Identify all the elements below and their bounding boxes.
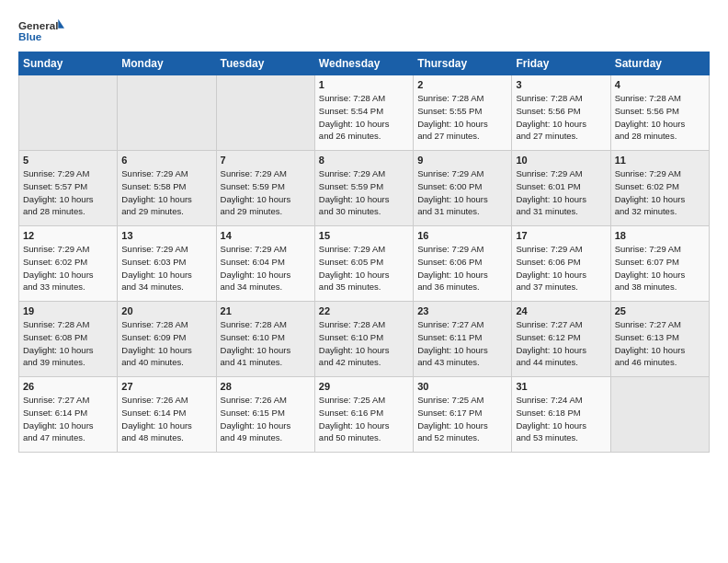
day-info: Sunrise: 7:25 AM Sunset: 6:17 PM Dayligh… xyxy=(417,394,507,444)
calendar-cell xyxy=(19,75,118,151)
calendar-cell: 12Sunrise: 7:29 AM Sunset: 6:02 PM Dayli… xyxy=(19,226,118,302)
day-number: 12 xyxy=(23,230,113,241)
calendar-cell: 14Sunrise: 7:29 AM Sunset: 6:04 PM Dayli… xyxy=(216,226,314,302)
day-number: 24 xyxy=(516,305,606,316)
day-number: 3 xyxy=(516,79,606,90)
calendar-cell xyxy=(118,75,216,151)
day-number: 18 xyxy=(615,230,705,241)
day-info: Sunrise: 7:27 AM Sunset: 6:11 PM Dayligh… xyxy=(417,318,507,369)
day-info: Sunrise: 7:29 AM Sunset: 5:58 PM Dayligh… xyxy=(121,167,211,218)
calendar-cell: 1Sunrise: 7:28 AM Sunset: 5:54 PM Daylig… xyxy=(314,75,413,151)
day-info: Sunrise: 7:29 AM Sunset: 5:57 PM Dayligh… xyxy=(23,167,113,218)
day-number: 16 xyxy=(417,230,507,241)
day-info: Sunrise: 7:28 AM Sunset: 6:08 PM Dayligh… xyxy=(23,318,113,369)
day-number: 7 xyxy=(221,155,311,166)
day-info: Sunrise: 7:29 AM Sunset: 6:03 PM Dayligh… xyxy=(121,243,211,293)
day-info: Sunrise: 7:28 AM Sunset: 5:56 PM Dayligh… xyxy=(615,92,705,143)
week-row-1: 1Sunrise: 7:28 AM Sunset: 5:54 PM Daylig… xyxy=(19,75,710,151)
day-number: 2 xyxy=(417,79,507,90)
day-info: Sunrise: 7:25 AM Sunset: 6:16 PM Dayligh… xyxy=(319,394,409,444)
calendar-cell: 28Sunrise: 7:26 AM Sunset: 6:15 PM Dayli… xyxy=(216,377,314,453)
weekday-header-monday: Monday xyxy=(118,52,216,75)
day-number: 4 xyxy=(615,79,705,90)
header: GeneralBlue xyxy=(18,17,710,46)
day-number: 9 xyxy=(417,155,507,166)
day-number: 6 xyxy=(121,155,211,166)
day-number: 8 xyxy=(319,155,409,166)
calendar-cell: 20Sunrise: 7:28 AM Sunset: 6:09 PM Dayli… xyxy=(118,302,216,377)
calendar-cell: 15Sunrise: 7:29 AM Sunset: 6:05 PM Dayli… xyxy=(314,226,413,302)
day-info: Sunrise: 7:29 AM Sunset: 6:05 PM Dayligh… xyxy=(319,243,409,293)
day-number: 21 xyxy=(221,305,311,316)
calendar-cell: 6Sunrise: 7:29 AM Sunset: 5:58 PM Daylig… xyxy=(118,151,216,226)
calendar-cell: 9Sunrise: 7:29 AM Sunset: 6:00 PM Daylig… xyxy=(414,151,512,226)
day-info: Sunrise: 7:29 AM Sunset: 6:07 PM Dayligh… xyxy=(615,243,705,293)
calendar-cell: 2Sunrise: 7:28 AM Sunset: 5:55 PM Daylig… xyxy=(414,75,512,151)
day-info: Sunrise: 7:28 AM Sunset: 5:54 PM Dayligh… xyxy=(319,92,409,143)
day-number: 1 xyxy=(319,79,409,90)
calendar-cell: 16Sunrise: 7:29 AM Sunset: 6:06 PM Dayli… xyxy=(414,226,512,302)
calendar-cell: 21Sunrise: 7:28 AM Sunset: 6:10 PM Dayli… xyxy=(216,302,314,377)
calendar-cell: 26Sunrise: 7:27 AM Sunset: 6:14 PM Dayli… xyxy=(19,377,118,453)
svg-text:Blue: Blue xyxy=(18,30,42,42)
day-info: Sunrise: 7:26 AM Sunset: 6:14 PM Dayligh… xyxy=(121,394,211,444)
day-info: Sunrise: 7:28 AM Sunset: 6:09 PM Dayligh… xyxy=(121,318,211,369)
weekday-header-saturday: Saturday xyxy=(610,52,709,75)
calendar-table: SundayMondayTuesdayWednesdayThursdayFrid… xyxy=(18,52,710,453)
day-info: Sunrise: 7:29 AM Sunset: 6:01 PM Dayligh… xyxy=(516,167,606,218)
day-number: 19 xyxy=(23,305,113,316)
calendar-cell: 4Sunrise: 7:28 AM Sunset: 5:56 PM Daylig… xyxy=(610,75,709,151)
page: GeneralBlue SundayMondayTuesdayWednesday… xyxy=(0,0,728,563)
day-number: 23 xyxy=(417,305,507,316)
day-info: Sunrise: 7:29 AM Sunset: 6:00 PM Dayligh… xyxy=(417,167,507,218)
week-row-5: 26Sunrise: 7:27 AM Sunset: 6:14 PM Dayli… xyxy=(19,377,710,453)
week-row-2: 5Sunrise: 7:29 AM Sunset: 5:57 PM Daylig… xyxy=(19,151,710,226)
weekday-header-sunday: Sunday xyxy=(19,52,118,75)
week-row-3: 12Sunrise: 7:29 AM Sunset: 6:02 PM Dayli… xyxy=(19,226,710,302)
calendar-cell: 19Sunrise: 7:28 AM Sunset: 6:08 PM Dayli… xyxy=(19,302,118,377)
day-number: 30 xyxy=(417,381,507,392)
day-info: Sunrise: 7:28 AM Sunset: 5:56 PM Dayligh… xyxy=(516,92,606,143)
day-info: Sunrise: 7:27 AM Sunset: 6:14 PM Dayligh… xyxy=(23,394,113,444)
day-info: Sunrise: 7:29 AM Sunset: 6:06 PM Dayligh… xyxy=(417,243,507,293)
day-info: Sunrise: 7:29 AM Sunset: 5:59 PM Dayligh… xyxy=(221,167,311,218)
calendar-cell: 17Sunrise: 7:29 AM Sunset: 6:06 PM Dayli… xyxy=(512,226,610,302)
calendar-cell: 23Sunrise: 7:27 AM Sunset: 6:11 PM Dayli… xyxy=(414,302,512,377)
svg-marker-2 xyxy=(58,19,64,29)
day-number: 29 xyxy=(319,381,409,392)
calendar-cell: 22Sunrise: 7:28 AM Sunset: 6:10 PM Dayli… xyxy=(314,302,413,377)
calendar-cell: 8Sunrise: 7:29 AM Sunset: 5:59 PM Daylig… xyxy=(314,151,413,226)
day-number: 10 xyxy=(516,155,606,166)
day-info: Sunrise: 7:29 AM Sunset: 5:59 PM Dayligh… xyxy=(319,167,409,218)
day-number: 11 xyxy=(615,155,705,166)
day-info: Sunrise: 7:27 AM Sunset: 6:13 PM Dayligh… xyxy=(615,318,705,369)
calendar-cell xyxy=(216,75,314,151)
day-number: 20 xyxy=(121,305,211,316)
calendar-cell: 5Sunrise: 7:29 AM Sunset: 5:57 PM Daylig… xyxy=(19,151,118,226)
weekday-header-row: SundayMondayTuesdayWednesdayThursdayFrid… xyxy=(19,52,710,75)
day-number: 17 xyxy=(516,230,606,241)
day-info: Sunrise: 7:28 AM Sunset: 5:55 PM Dayligh… xyxy=(417,92,507,143)
day-number: 27 xyxy=(121,381,211,392)
logo: GeneralBlue xyxy=(18,17,64,46)
day-info: Sunrise: 7:28 AM Sunset: 6:10 PM Dayligh… xyxy=(221,318,311,369)
weekday-header-thursday: Thursday xyxy=(414,52,512,75)
day-info: Sunrise: 7:27 AM Sunset: 6:12 PM Dayligh… xyxy=(516,318,606,369)
calendar-cell: 10Sunrise: 7:29 AM Sunset: 6:01 PM Dayli… xyxy=(512,151,610,226)
day-number: 26 xyxy=(23,381,113,392)
calendar-cell: 31Sunrise: 7:24 AM Sunset: 6:18 PM Dayli… xyxy=(512,377,610,453)
week-row-4: 19Sunrise: 7:28 AM Sunset: 6:08 PM Dayli… xyxy=(19,302,710,377)
day-number: 28 xyxy=(221,381,311,392)
logo-svg: GeneralBlue xyxy=(18,17,64,46)
day-number: 15 xyxy=(319,230,409,241)
calendar-cell: 11Sunrise: 7:29 AM Sunset: 6:02 PM Dayli… xyxy=(610,151,709,226)
weekday-header-friday: Friday xyxy=(512,52,610,75)
calendar-cell xyxy=(610,377,709,453)
calendar-cell: 27Sunrise: 7:26 AM Sunset: 6:14 PM Dayli… xyxy=(118,377,216,453)
day-number: 13 xyxy=(121,230,211,241)
day-number: 25 xyxy=(615,305,705,316)
calendar-cell: 3Sunrise: 7:28 AM Sunset: 5:56 PM Daylig… xyxy=(512,75,610,151)
day-number: 22 xyxy=(319,305,409,316)
day-number: 5 xyxy=(23,155,113,166)
day-number: 31 xyxy=(516,381,606,392)
